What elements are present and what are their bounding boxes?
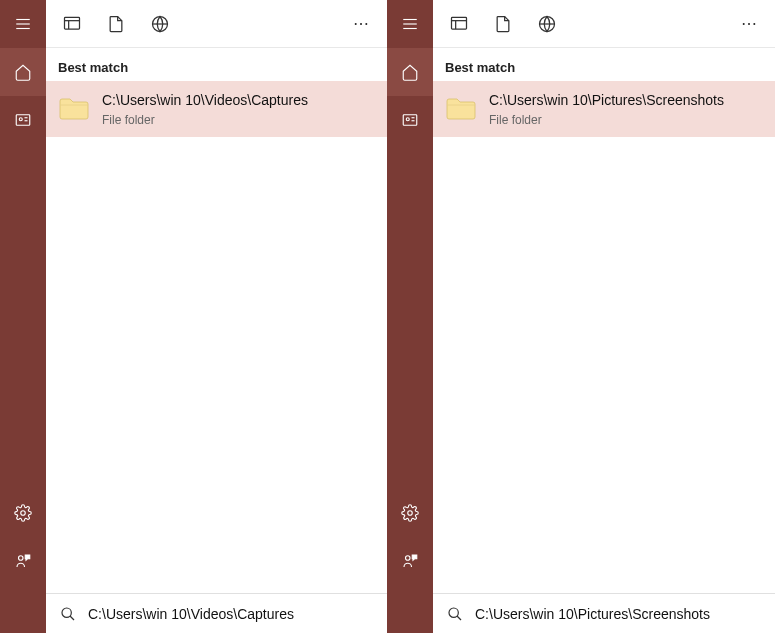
content-area: ⋯ Best match C:\Users\win 10\Videos\Capt… [46, 0, 387, 633]
svg-point-30 [449, 608, 458, 617]
svg-point-14 [62, 608, 71, 617]
svg-rect-25 [452, 17, 467, 29]
svg-rect-19 [403, 115, 417, 126]
svg-point-20 [406, 118, 409, 121]
sidebar [387, 0, 433, 633]
filter-documents[interactable] [94, 0, 138, 48]
filter-documents[interactable] [481, 0, 525, 48]
search-input[interactable] [475, 606, 761, 622]
hamburger-menu[interactable] [387, 0, 433, 48]
hamburger-icon [401, 15, 419, 33]
svg-rect-9 [65, 17, 80, 29]
search-panel-left: ⋯ Best match C:\Users\win 10\Videos\Capt… [0, 0, 387, 633]
searchbar[interactable] [46, 593, 387, 633]
svg-rect-3 [16, 115, 30, 126]
gear-icon [14, 504, 32, 522]
sidebar-settings[interactable] [0, 489, 46, 537]
home-icon [14, 63, 32, 81]
contact-card-icon [14, 111, 32, 129]
contact-card-icon [401, 111, 419, 129]
svg-line-15 [70, 616, 74, 620]
best-match-header: Best match [433, 48, 775, 81]
search-icon [447, 606, 463, 622]
filter-apps[interactable] [437, 0, 481, 48]
person-feedback-icon [401, 552, 419, 570]
hamburger-menu[interactable] [0, 0, 46, 48]
folder-icon [445, 93, 477, 125]
filter-web[interactable] [525, 0, 569, 48]
sidebar-home[interactable] [0, 48, 46, 96]
sidebar-feedback[interactable] [387, 537, 433, 585]
gear-icon [401, 504, 419, 522]
search-icon [60, 606, 76, 622]
person-feedback-icon [14, 552, 32, 570]
best-match-header: Best match [46, 48, 387, 81]
svg-point-23 [408, 511, 413, 516]
sidebar-settings[interactable] [387, 489, 433, 537]
result-text: C:\Users\win 10\Videos\Captures File fol… [102, 91, 308, 127]
topbar-more[interactable]: ⋯ [727, 0, 771, 48]
results-area: Best match C:\Users\win 10\Videos\Captur… [46, 48, 387, 593]
home-icon [401, 63, 419, 81]
document-icon [493, 14, 513, 34]
searchbar[interactable] [433, 593, 775, 633]
sidebar-contacts[interactable] [0, 96, 46, 144]
result-item[interactable]: C:\Users\win 10\Pictures\Screenshots Fil… [433, 81, 775, 137]
topbar: ⋯ [433, 0, 775, 48]
svg-point-8 [19, 556, 24, 561]
document-icon [106, 14, 126, 34]
sidebar [0, 0, 46, 633]
content-area: ⋯ Best match C:\Users\win 10\Pictures\Sc… [433, 0, 775, 633]
result-title: C:\Users\win 10\Pictures\Screenshots [489, 91, 724, 111]
sidebar-feedback[interactable] [0, 537, 46, 585]
more-icon: ⋯ [353, 14, 370, 33]
filter-web[interactable] [138, 0, 182, 48]
result-subtitle: File folder [102, 113, 308, 127]
search-input[interactable] [88, 606, 373, 622]
result-item[interactable]: C:\Users\win 10\Videos\Captures File fol… [46, 81, 387, 137]
results-area: Best match C:\Users\win 10\Pictures\Scre… [433, 48, 775, 593]
result-title: C:\Users\win 10\Videos\Captures [102, 91, 308, 111]
apps-icon [449, 14, 469, 34]
folder-icon [58, 93, 90, 125]
filter-apps[interactable] [50, 0, 94, 48]
result-subtitle: File folder [489, 113, 724, 127]
topbar: ⋯ [46, 0, 387, 48]
more-icon: ⋯ [741, 14, 758, 33]
sidebar-contacts[interactable] [387, 96, 433, 144]
svg-line-31 [457, 616, 461, 620]
svg-point-24 [406, 556, 411, 561]
search-panel-right: ⋯ Best match C:\Users\win 10\Pictures\Sc… [387, 0, 775, 633]
result-text: C:\Users\win 10\Pictures\Screenshots Fil… [489, 91, 724, 127]
hamburger-icon [14, 15, 32, 33]
globe-icon [150, 14, 170, 34]
svg-point-7 [21, 511, 26, 516]
sidebar-home[interactable] [387, 48, 433, 96]
svg-point-4 [19, 118, 22, 121]
topbar-more[interactable]: ⋯ [339, 0, 383, 48]
apps-icon [62, 14, 82, 34]
globe-icon [537, 14, 557, 34]
